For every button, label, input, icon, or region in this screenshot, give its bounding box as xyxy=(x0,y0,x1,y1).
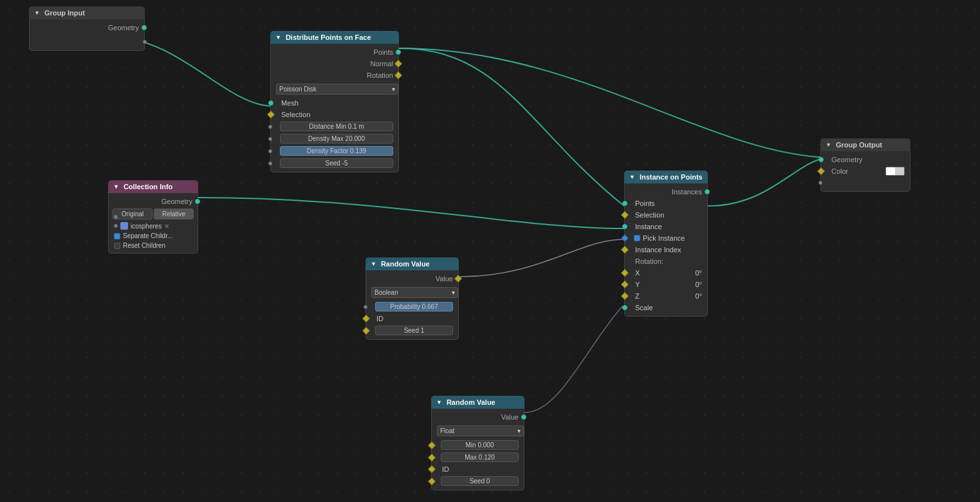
distance-min-socket xyxy=(268,125,272,129)
density-max-field[interactable]: Density Max 20.000 xyxy=(280,134,393,144)
original-btn[interactable]: Original xyxy=(113,209,153,219)
collection-info-header[interactable]: ▼ Collection Info xyxy=(108,180,198,193)
pick-instance-socket[interactable] xyxy=(621,234,628,241)
min-field[interactable]: Min 0.000 xyxy=(441,440,519,450)
id-socket[interactable] xyxy=(362,315,369,322)
group-output-header[interactable]: ▼ Group Output xyxy=(820,138,911,151)
geometry-output-row: Geometry xyxy=(109,196,198,207)
separate-children-checkbox[interactable] xyxy=(114,233,120,239)
instances-socket[interactable] xyxy=(705,189,710,194)
random-value-1-header[interactable]: ▼ Random Value xyxy=(365,257,459,270)
points-socket[interactable] xyxy=(622,201,627,206)
random-value-2-header[interactable]: ▼ Random Value xyxy=(431,396,524,409)
close-icon[interactable]: ✕ xyxy=(164,223,169,230)
mesh-row: Mesh xyxy=(271,97,398,109)
selection-socket[interactable] xyxy=(621,211,628,218)
value-out-socket[interactable] xyxy=(521,414,526,420)
rotation-z-label: Z xyxy=(630,292,695,300)
color-socket[interactable] xyxy=(817,167,824,174)
prob-value: 0.667 xyxy=(422,303,438,310)
selection-socket[interactable] xyxy=(267,111,274,118)
seed-socket[interactable] xyxy=(362,327,369,334)
density-max-value: 20.000 xyxy=(346,135,365,142)
pick-instance-checkbox[interactable] xyxy=(634,235,640,241)
rotation-z-row: Z 0° xyxy=(625,290,707,302)
distance-min-value: 0.1 m xyxy=(348,123,364,130)
rotation-y-socket[interactable] xyxy=(621,281,628,288)
max-label: Max xyxy=(465,454,477,461)
density-factor-row: Density Factor 0.139 xyxy=(271,145,398,157)
rotation-x-row: X 0° xyxy=(625,267,707,279)
value-out-socket[interactable] xyxy=(454,275,461,282)
rotation-label: Rotation: xyxy=(630,257,663,265)
collection-item: icospheres ✕ xyxy=(109,221,198,231)
rotation-x-socket[interactable] xyxy=(621,269,628,276)
id-label: ID xyxy=(437,465,449,473)
reset-checkbox[interactable] xyxy=(114,243,120,249)
points-socket[interactable] xyxy=(396,50,401,55)
seed-field[interactable]: Seed 0 xyxy=(441,476,519,486)
geometry-input-socket[interactable] xyxy=(818,157,824,162)
type-dropdown[interactable]: Boolean ▾ xyxy=(371,287,458,298)
density-factor-label: Density Factor xyxy=(307,147,348,154)
geometry-output-socket[interactable] xyxy=(142,25,147,30)
distribution-dropdown[interactable]: Poisson Disk ▾ xyxy=(276,84,398,95)
geometry-out-socket[interactable] xyxy=(195,199,200,204)
group-input-header[interactable]: ▼ Group Input xyxy=(29,6,145,19)
selection-label: Selection xyxy=(630,211,664,219)
mesh-socket[interactable] xyxy=(268,100,273,106)
rotation-z-socket[interactable] xyxy=(621,292,628,299)
id-row: ID xyxy=(366,313,458,324)
max-value: 0.120 xyxy=(479,454,495,461)
color-swatch[interactable] xyxy=(885,167,905,176)
rotation-z-value: 0° xyxy=(695,292,702,300)
normal-label: Normal xyxy=(276,60,393,68)
type-dropdown-row: Float ▾ xyxy=(432,423,524,439)
distance-min-field[interactable]: Distance Min 0.1 m xyxy=(280,122,393,131)
instance-socket[interactable] xyxy=(622,224,627,229)
distribute-points-header[interactable]: ▼ Distribute Points on Face xyxy=(270,31,399,44)
dropdown-value: Boolean xyxy=(374,289,398,296)
scale-label: Scale xyxy=(630,304,653,311)
normal-socket[interactable] xyxy=(394,60,402,67)
separate-children-row: Separate Childr... xyxy=(109,231,198,241)
selection-label: Selection xyxy=(276,111,310,118)
extra-socket xyxy=(143,40,147,44)
type-dropdown[interactable]: Float ▾ xyxy=(437,425,524,436)
rotation-x-value: 0° xyxy=(695,269,702,277)
points-label: Points xyxy=(630,200,655,207)
seed-value: 0 xyxy=(486,478,490,485)
density-max-row: Density Max 20.000 xyxy=(271,133,398,145)
type-dropdown-row: Boolean ▾ xyxy=(366,284,458,301)
seed-label: Seed xyxy=(325,160,340,167)
instances-output-row: Instances xyxy=(625,186,707,198)
max-socket[interactable] xyxy=(428,454,435,461)
random-value-1-body: Value Boolean ▾ Probability 0.667 ID xyxy=(365,270,459,340)
rotation-y-label: Y xyxy=(630,281,695,288)
instance-on-points-header[interactable]: ▼ Instance on Points xyxy=(624,171,708,183)
collection-info-title: Collection Info xyxy=(124,183,172,191)
probability-field[interactable]: Probability 0.667 xyxy=(375,302,453,311)
instance-on-points-body: Instances Points Selection Instance Pick… xyxy=(624,183,708,317)
pick-instance-row: Pick Instance xyxy=(625,232,707,244)
seed-field[interactable]: Seed -5 xyxy=(280,158,393,168)
dropdown-value: Poisson Disk xyxy=(279,86,317,93)
random-value-2-title: Random Value xyxy=(447,398,495,406)
density-factor-field[interactable]: Density Factor 0.139 xyxy=(280,146,393,156)
distribute-points-node: ▼ Distribute Points on Face Points Norma… xyxy=(270,31,399,172)
max-field[interactable]: Max 0.120 xyxy=(441,452,519,462)
color-input-row: Color xyxy=(821,165,910,177)
relative-btn[interactable]: Relative xyxy=(154,209,194,219)
points-label: Points xyxy=(276,48,393,56)
btn-group: Original Relative xyxy=(113,209,194,219)
id-socket[interactable] xyxy=(428,465,435,472)
instance-on-points-title: Instance on Points xyxy=(640,173,703,181)
rotation-socket[interactable] xyxy=(394,71,402,79)
seed-field[interactable]: Seed 1 xyxy=(375,326,453,335)
scale-socket[interactable] xyxy=(622,305,627,310)
min-socket[interactable] xyxy=(428,442,435,449)
seed-socket[interactable] xyxy=(428,478,435,485)
instance-index-socket[interactable] xyxy=(621,246,628,253)
density-factor-value: 0.139 xyxy=(350,147,366,154)
selection-row: Selection xyxy=(625,209,707,221)
